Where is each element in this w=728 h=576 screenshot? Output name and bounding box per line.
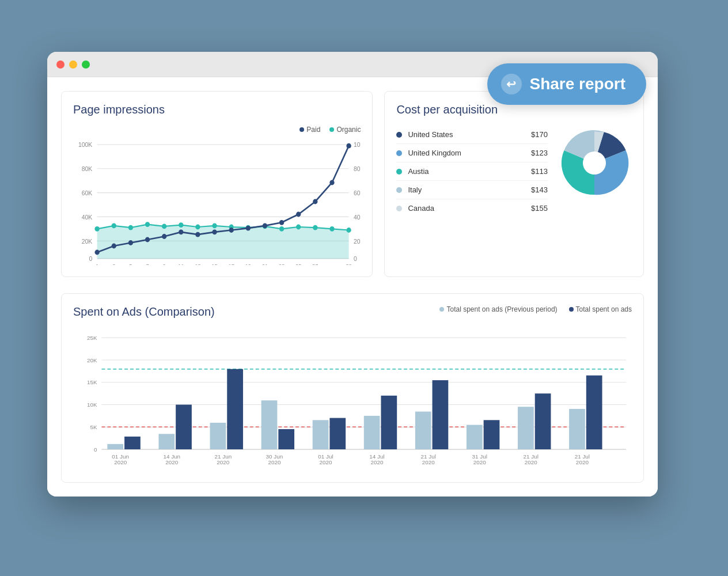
- svg-text:80K: 80K: [82, 165, 93, 172]
- svg-text:2020: 2020: [268, 459, 280, 465]
- svg-text:30 Jun: 30 Jun: [266, 453, 283, 460]
- svg-rect-98: [535, 393, 551, 449]
- svg-text:15K: 15K: [87, 380, 97, 386]
- svg-text:100K: 100K: [78, 141, 93, 148]
- svg-text:5: 5: [129, 263, 132, 265]
- svg-point-32: [329, 226, 334, 232]
- svg-text:13: 13: [195, 263, 200, 265]
- svg-text:10K: 10K: [87, 402, 97, 408]
- svg-text:2020: 2020: [473, 459, 486, 465]
- line-chart-legend: Paid Organic: [73, 126, 361, 134]
- us-country: United States: [408, 130, 531, 139]
- svg-text:20K: 20K: [82, 237, 93, 244]
- svg-point-36: [128, 240, 133, 245]
- us-dot: [396, 132, 402, 138]
- svg-text:21: 21: [262, 263, 268, 265]
- minimize-dot[interactable]: [69, 60, 77, 69]
- svg-text:0: 0: [89, 255, 93, 262]
- svg-text:60K: 60K: [82, 190, 93, 196]
- svg-text:9: 9: [163, 263, 166, 265]
- svg-point-25: [212, 223, 217, 228]
- it-value: $143: [531, 185, 548, 194]
- svg-text:23: 23: [279, 263, 285, 265]
- current-legend: Total spent on ads: [569, 305, 632, 313]
- close-dot[interactable]: [56, 60, 65, 69]
- svg-point-44: [263, 223, 267, 228]
- svg-point-30: [296, 225, 301, 230]
- svg-text:80K: 80K: [354, 165, 361, 172]
- svg-rect-89: [313, 420, 329, 449]
- svg-point-24: [195, 225, 200, 230]
- us-value: $170: [531, 130, 548, 139]
- svg-text:21 Jul: 21 Jul: [420, 453, 435, 460]
- bar-chart-legend: Total spent on ads (Previous period) Tot…: [439, 305, 632, 313]
- au-country: Austia: [408, 167, 531, 176]
- svg-text:20K: 20K: [87, 357, 97, 363]
- svg-text:21 Jul: 21 Jul: [575, 453, 590, 460]
- svg-point-20: [128, 225, 133, 230]
- svg-text:2020: 2020: [525, 459, 537, 465]
- svg-point-21: [145, 222, 150, 227]
- svg-text:40K: 40K: [354, 214, 361, 221]
- svg-rect-82: [124, 437, 141, 449]
- maximize-dot[interactable]: [82, 60, 90, 69]
- svg-rect-85: [210, 423, 226, 449]
- line-chart: 100K 80K 60K 40K 20K 0 100K 80K 60K 40K …: [73, 138, 361, 265]
- au-dot: [396, 169, 402, 175]
- svg-rect-97: [518, 407, 534, 449]
- svg-point-48: [329, 180, 334, 185]
- ca-country: Canada: [408, 204, 531, 213]
- svg-text:21 Jun: 21 Jun: [214, 453, 232, 460]
- it-country: Italy: [408, 185, 531, 194]
- svg-text:25: 25: [295, 263, 301, 265]
- svg-point-29: [279, 226, 284, 232]
- svg-text:20K: 20K: [354, 237, 361, 244]
- uk-value: $123: [531, 149, 548, 157]
- uk-dot: [396, 150, 402, 156]
- cpa-title: Cost per acquisition: [396, 103, 632, 116]
- svg-rect-88: [278, 429, 294, 449]
- svg-rect-84: [176, 405, 192, 450]
- outer-wrapper: ↩ Share report Page impressions Paid Org…: [47, 29, 681, 547]
- svg-text:01 Jul: 01 Jul: [318, 453, 333, 460]
- svg-rect-94: [433, 380, 449, 449]
- svg-point-66: [583, 151, 606, 175]
- ca-dot: [396, 206, 402, 211]
- svg-point-40: [195, 232, 200, 237]
- share-report-button[interactable]: ↩ Share report: [487, 63, 647, 105]
- it-dot: [396, 187, 402, 193]
- share-report-label: Share report: [530, 75, 626, 93]
- svg-text:2020: 2020: [422, 459, 435, 465]
- svg-rect-92: [381, 396, 397, 449]
- top-charts-row: Page impressions Paid Organic: [61, 91, 644, 277]
- svg-text:2020: 2020: [576, 459, 589, 465]
- arrow-icon: ↩: [501, 74, 522, 94]
- svg-text:3: 3: [112, 263, 115, 265]
- svg-point-39: [179, 229, 183, 234]
- au-value: $113: [531, 167, 548, 176]
- svg-text:2020: 2020: [217, 459, 229, 465]
- svg-point-47: [313, 199, 317, 204]
- svg-point-43: [246, 226, 251, 231]
- svg-text:2020: 2020: [114, 459, 127, 465]
- svg-text:60K: 60K: [354, 190, 361, 196]
- pie-chart: [557, 126, 632, 200]
- cpa-row-au: Austia $113: [396, 162, 548, 181]
- uk-country: United Kingdom: [408, 149, 531, 157]
- paid-legend: Paid: [299, 126, 320, 134]
- page-impressions-panel: Page impressions Paid Organic: [61, 91, 373, 277]
- svg-text:1: 1: [96, 263, 98, 265]
- cost-per-acquisition-panel: Cost per acquisition United States $170 …: [384, 91, 644, 277]
- ca-value: $155: [531, 204, 548, 213]
- svg-text:0: 0: [94, 446, 97, 453]
- line-chart-svg: 100K 80K 60K 40K 20K 0 100K 80K 60K 40K …: [73, 138, 361, 265]
- svg-text:2020: 2020: [165, 459, 178, 465]
- svg-rect-100: [586, 376, 602, 449]
- svg-point-45: [279, 220, 284, 225]
- svg-rect-81: [107, 444, 123, 449]
- svg-rect-83: [158, 434, 175, 449]
- svg-text:21 Jul: 21 Jul: [524, 453, 539, 460]
- cpa-row-ca: Canada $155: [396, 199, 548, 217]
- svg-text:11: 11: [178, 263, 184, 265]
- svg-text:2020: 2020: [319, 459, 332, 465]
